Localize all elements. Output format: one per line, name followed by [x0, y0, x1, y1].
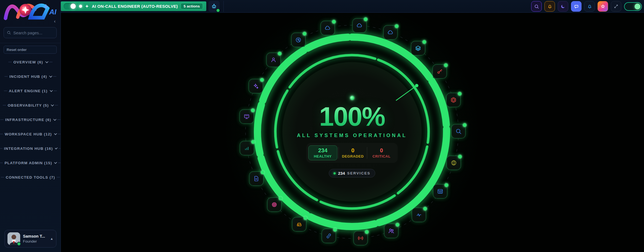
topbar: AI ON-CALL ENGINEER (AUTO-RESOLVE) 5 act… [61, 0, 644, 13]
topbar-divider [223, 1, 224, 12]
sidebar-item-observability[interactable]: OBSERVABILITY (5) [0, 98, 61, 112]
search-pages-box[interactable] [4, 27, 57, 38]
noa-logo[interactable]: AI [2, 0, 59, 22]
service-health-dot [278, 52, 281, 55]
cloud-service-tile[interactable] [383, 25, 398, 40]
file-service-tile[interactable] [249, 171, 264, 186]
actions-count-badge[interactable]: 5 actions [181, 3, 203, 9]
healthy-count: 234 [318, 147, 327, 154]
user-service-tile[interactable] [266, 53, 281, 67]
chevron-down-icon [53, 118, 56, 121]
service-health-dot [261, 171, 264, 174]
service-health-dot [333, 228, 337, 232]
search-service-tile[interactable] [451, 124, 466, 138]
user-icon [270, 56, 277, 63]
activity-service-tile[interactable] [412, 208, 426, 222]
services-label: SERVICES [347, 171, 371, 175]
sidebar-item-incident-hub[interactable]: INCIDENT HUB (4) [0, 69, 61, 84]
search-pages-input[interactable] [13, 30, 54, 35]
service-health-dot [364, 17, 367, 21]
search-icon [7, 30, 11, 35]
sidebar-collapse-icon[interactable]: ‹ [52, 18, 58, 24]
hexagon-icon [450, 97, 457, 103]
health-percent: 100% [319, 104, 385, 129]
aperture-service-tile[interactable] [291, 33, 306, 47]
search-button[interactable] [531, 1, 542, 12]
fullscreen-button[interactable] [611, 1, 621, 12]
hexagon-service-tile[interactable] [446, 93, 461, 107]
cloud-service-tile[interactable] [352, 18, 367, 33]
caret-up-icon[interactable]: ▲ [50, 237, 53, 241]
alerts-button[interactable] [544, 1, 555, 12]
chevron-down-icon [45, 60, 48, 63]
pulse-dot [350, 96, 354, 100]
service-health-dot [260, 78, 264, 82]
sidebar-item-platform-admin[interactable]: PLATFORM ADMIN (15) [0, 156, 61, 170]
sparkles-icon [252, 83, 259, 89]
degraded-count: 0 [351, 147, 354, 154]
notifications-button[interactable] [584, 1, 595, 12]
file-icon [253, 175, 260, 182]
critical-stat[interactable]: 0 CRITICAL [367, 147, 396, 158]
nav-label: OBSERVABILITY (5) [8, 103, 49, 107]
bar-chart-service-tile[interactable] [240, 141, 254, 155]
ai-oncall-status-pill: AI ON-CALL ENGINEER (AUTO-RESOLVE) 5 act… [61, 1, 206, 11]
cloud-icon [387, 29, 394, 36]
broadcast-service-tile[interactable] [353, 231, 368, 245]
stats-bar: 234 HEALTHY 0 DEGRADED 0 CRITICAL [306, 143, 398, 163]
sidebar-item-overview[interactable]: OVERVIEW (6) [0, 55, 61, 69]
sidebar-divider [0, 43, 61, 43]
coin-service-tile[interactable] [447, 156, 461, 170]
gauge-center: 100% ALL SYSTEMS OPERATIONAL 234 HEALTHY… [297, 96, 407, 178]
aperture-icon [295, 37, 302, 43]
theme-toggle[interactable] [624, 2, 642, 11]
monitor-service-tile[interactable] [239, 109, 254, 124]
sparkles-service-tile[interactable] [249, 79, 263, 93]
service-health-dot [303, 32, 306, 35]
healthy-stat[interactable]: 234 HEALTHY [308, 145, 337, 160]
dark-mode-button[interactable] [558, 1, 568, 12]
favorites-button[interactable] [598, 1, 608, 12]
broadcast-icon [357, 235, 364, 241]
services-count: 234 [338, 171, 345, 176]
link-icon [325, 233, 332, 239]
sidebar-item-connected-tools[interactable]: CONNECTED TOOLS (7) [0, 170, 61, 184]
ai-oncall-title: AI ON-CALL ENGINEER (AUTO-RESOLVE) [92, 4, 178, 9]
chevron-down-icon [49, 74, 52, 78]
layers-service-tile[interactable] [411, 41, 425, 55]
service-health-dot [423, 207, 427, 210]
users-service-tile[interactable] [384, 224, 398, 238]
ai-oncall-toggle[interactable] [64, 3, 76, 9]
nav-label: INCIDENT HUB (4) [9, 74, 47, 79]
hard-drive-icon [296, 221, 303, 228]
critical-count: 0 [380, 147, 383, 154]
target-service-tile[interactable] [267, 197, 281, 212]
sidebar-item-workspace-hub[interactable]: WORKSPACE HUB (12) [0, 127, 61, 141]
nav-label: CONNECTED TOOLS (7) [6, 175, 55, 179]
reset-order-button[interactable]: Reset order [4, 46, 57, 54]
user-name: Samson T... [23, 234, 45, 238]
cloud-service-tile[interactable] [320, 21, 335, 35]
degraded-stat[interactable]: 0 DEGRADED [339, 147, 367, 158]
search-icon [534, 4, 539, 9]
online-status-dot [17, 242, 21, 246]
user-role: Founder [23, 239, 45, 243]
services-status-dot [333, 172, 336, 174]
users-icon [388, 228, 395, 234]
service-health-dot [444, 63, 448, 67]
table-service-tile[interactable] [433, 184, 447, 199]
user-profile-card[interactable]: Samson T... Founder ▲ [4, 230, 56, 248]
ai-assistant-button[interactable] [208, 1, 220, 12]
status-dot [79, 5, 82, 8]
services-pill[interactable]: 234 SERVICES [329, 169, 375, 178]
chat-button[interactable] [571, 1, 582, 12]
sidebar-item-alert-engine[interactable]: ALERT ENGINE (1) [0, 84, 61, 98]
expand-icon [614, 4, 619, 9]
healthy-label: HEALTHY [314, 154, 332, 158]
hard-drive-service-tile[interactable] [292, 217, 306, 232]
link-service-tile[interactable] [322, 229, 336, 243]
sidebar-item-integration-hub[interactable]: INTEGRATION HUB (16) [0, 141, 61, 156]
sidebar-item-infrastructure[interactable]: INFRASTRUCTURE (6) [0, 112, 61, 127]
service-health-dot [251, 140, 255, 144]
key-service-tile[interactable] [432, 64, 447, 79]
